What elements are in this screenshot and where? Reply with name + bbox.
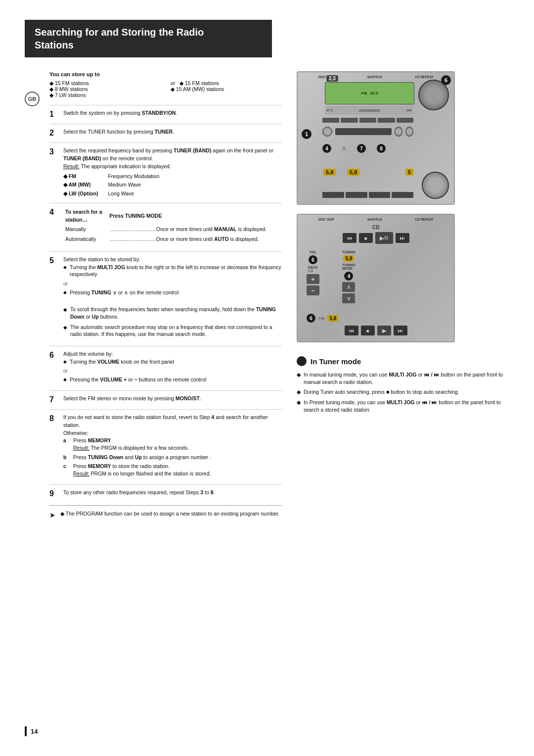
badge-8: 8: [377, 144, 386, 153]
step-7-number: 7: [49, 395, 58, 404]
prev2-button[interactable]: ⏮: [345, 326, 358, 335]
step-4-number: 4: [49, 207, 58, 217]
store-up-grid: ◆ 15 FM stations ◆ 8 MW stations ◆ 7 LW …: [49, 80, 282, 98]
note-item: ◆ In Preset tuning mode, you can use MUL…: [297, 399, 509, 413]
play2-button[interactable]: ▶: [377, 326, 391, 335]
step-9-number: 9: [49, 489, 58, 498]
list-item: ◆ 15 AM (MW) stations: [171, 86, 282, 92]
gb-icon: GB: [25, 92, 40, 106]
tuner-mode-title: In Tuner mode: [311, 357, 361, 366]
list-item: ◆ 8 MW stations: [49, 86, 161, 92]
stop2-button[interactable]: ■: [361, 326, 375, 335]
button: [369, 192, 391, 198]
step-1-number: 1: [49, 109, 58, 119]
button: [322, 118, 339, 123]
step-3-row: 3 Select the required frequency band by …: [49, 142, 282, 198]
knob: [395, 127, 402, 137]
prev-button[interactable]: ⏮: [343, 233, 356, 243]
badge-4-mode: 4: [344, 272, 353, 281]
badge-7: 7: [357, 144, 366, 153]
deck-label: DECK1 2: [308, 266, 318, 273]
or-line: or: [63, 367, 282, 375]
badge-23: 2,3: [326, 75, 338, 82]
button: [392, 192, 413, 198]
next2-button[interactable]: ⏭: [394, 326, 407, 335]
step-6-content: Adjust the volume by: ◆ Turning the VOLU…: [63, 350, 282, 385]
vol-section: VOL 6 DECK1 2 + −: [307, 250, 319, 295]
step-2-row: 2 Select the TUNER function by pressing …: [49, 124, 282, 138]
device-panel: DISC SKIP SHUFFLE CD REPEAT FM 92.5 87.5…: [298, 72, 454, 204]
vol-minus-button[interactable]: −: [307, 285, 319, 295]
tuning-section: TUNING 5,8 TUNINGMODE 4 ∧ ∨: [342, 250, 356, 303]
or-line: or: [63, 280, 282, 288]
play-pause-button[interactable]: ▶/II: [375, 232, 393, 244]
remote-top-labels: DISC SKIP SHUFFLE CD REPEAT: [298, 217, 454, 222]
list-item: ◆ Turning the MULTI JOG knob to the righ…: [63, 264, 282, 278]
right-column: DISC SKIP SHUFFLE CD REPEAT FM 92.5 87.5…: [297, 71, 509, 519]
step-9-row: 9 To store any other radio frequencies r…: [49, 484, 282, 498]
step-5-number: 5: [49, 256, 58, 265]
tuning-up-button[interactable]: ∧: [342, 282, 355, 292]
step-1-row: 1 Switch the system on by pressing STAND…: [49, 105, 282, 119]
cd-label: CD: [372, 225, 379, 230]
step-4-table: To search for astation… Press TUNING MOD…: [63, 207, 282, 244]
step-4-row: 4 To search for astation… Press TUNING M…: [49, 203, 282, 246]
volume-knob: [422, 172, 449, 199]
store-up-title: You can store up to: [49, 71, 282, 77]
tuning-down-button[interactable]: ∨: [342, 293, 355, 303]
tuner-mode-header: In Tuner mode: [297, 356, 509, 366]
badge-6-vol: 6: [309, 255, 317, 264]
vol-label: VOL: [310, 250, 316, 254]
store-up-col1: ◆ 15 FM stations ◆ 8 MW stations ◆ 7 LW …: [49, 80, 161, 98]
button: [378, 118, 395, 123]
page-title: Searching for and Storing the Radio Stat…: [35, 26, 262, 51]
button: [322, 192, 344, 198]
step-6-number: 6: [49, 350, 58, 360]
transport-bottom: ⏮ ■ ▶ ⏭: [305, 326, 446, 335]
store-up-col2: or ◆ 15 FM stations ◆ 15 AM (MW) station…: [171, 80, 282, 98]
ta-label: T/A: [318, 316, 324, 321]
step-9-content: To store any other radio frequencies req…: [63, 489, 282, 497]
badge-5: 5: [405, 169, 413, 176]
device-bottom-buttons: [322, 192, 413, 198]
next-button[interactable]: ⏭: [396, 233, 409, 243]
note-item: ◆ To scroll through the frequencies fast…: [63, 306, 282, 320]
note-item: ◆ The automatic search procedure may sto…: [63, 324, 282, 338]
vol-plus-button[interactable]: +: [307, 274, 319, 284]
page: GB Searching for and Storing the Radio S…: [0, 0, 534, 756]
badge-58-ta: 5,8: [327, 315, 338, 322]
badge-6-ta: 6: [307, 314, 315, 323]
page-number: 14: [25, 726, 38, 736]
tuner-mode-notes: ◆ In manual tuning mode, you can use MUL…: [297, 371, 509, 413]
button: [359, 118, 376, 123]
steps-section: 1 Switch the system on by pressing STAND…: [49, 105, 282, 498]
badges-mid: 4 音 7 8: [322, 144, 386, 153]
tuner-mode-icon: [297, 356, 307, 366]
step-7-content: Select the FM stereo or mono mode by pre…: [63, 395, 282, 403]
button: [397, 118, 413, 123]
ta-badges: 6 T/A 5,8: [307, 314, 338, 323]
knob: [405, 127, 413, 137]
store-up-section: You can store up to ◆ 15 FM stations ◆ 8…: [49, 71, 282, 98]
device-knobs: [322, 127, 413, 137]
badge-1: 1: [302, 129, 312, 139]
tip-text: ◆ The PROGRAM function can be used to as…: [60, 511, 279, 517]
list-item: ◆ Turning the VOLUME knob on the front p…: [63, 358, 282, 366]
tip-arrow-icon: ➤: [49, 511, 55, 519]
step-1-content: Switch the system on by pressing STANDBY…: [63, 109, 282, 117]
device-top-image: DISC SKIP SHUFFLE CD REPEAT FM 92.5 87.5…: [297, 71, 455, 205]
stop-button[interactable]: ■: [359, 233, 373, 243]
badge-58-a: 5,8: [323, 169, 336, 176]
list-item: ◆ 7 LW stations: [49, 92, 161, 98]
tuning-label: TUNING: [342, 250, 356, 254]
list-item: or ◆ 15 FM stations: [171, 80, 282, 86]
badge-4: 4: [322, 144, 331, 153]
tuner-mode-section: In Tuner mode ◆ In manual tuning mode, y…: [297, 351, 509, 413]
badge-58-b: 5,8: [347, 169, 359, 176]
frequency-scale: 87.5 ||||||||||||||||||||||||||| 108: [325, 106, 413, 115]
remote-panel: DISC SKIP SHUFFLE CD REPEAT CD ⏮ ■ ▶/II …: [298, 215, 454, 341]
page-num-text: 14: [31, 728, 38, 735]
page-bar: [25, 726, 27, 736]
transport-top: ⏮ ■ ▶/II ⏭: [305, 232, 446, 244]
badge-6: 6: [441, 75, 451, 85]
